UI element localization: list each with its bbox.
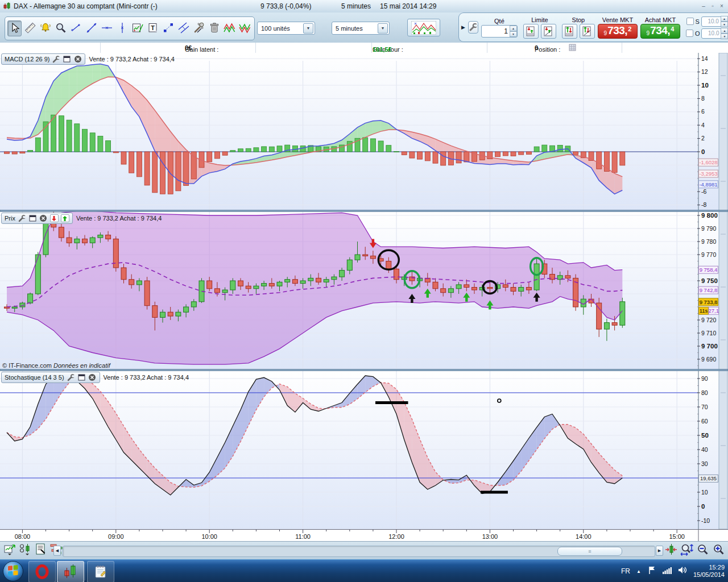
candle-width-button[interactable] (664, 543, 678, 557)
new-chart-button[interactable] (3, 543, 17, 557)
sell-arrow-icon[interactable] (50, 214, 59, 222)
close-icon[interactable] (39, 214, 48, 222)
stoch-header-box[interactable]: Stochastique (14 3 5) (1, 372, 100, 383)
close-icon[interactable]: × (718, 2, 726, 10)
parallel-channel-tool-button[interactable] (176, 20, 191, 36)
positions-icon (19, 542, 32, 559)
o-value-stepper[interactable]: 10.0▲▼ (701, 28, 728, 39)
position-grid-icon[interactable] (569, 44, 576, 52)
text-note-tool-button[interactable]: T (146, 20, 160, 36)
taskbar-clock[interactable]: 15:29 15/05/2014 (693, 564, 725, 579)
stepper-arrows-icon[interactable]: ▲▼ (721, 28, 728, 39)
start-button[interactable] (2, 560, 24, 582)
timeframe-dropdown[interactable]: 5 minutes ▼ (332, 22, 390, 35)
window-icon[interactable] (63, 55, 71, 63)
objective-checkbox[interactable] (686, 30, 693, 37)
volume-icon[interactable] (678, 566, 687, 576)
svg-text:15:00: 15:00 (669, 533, 685, 540)
minimize-icon[interactable]: – (700, 2, 708, 10)
svg-text:0: 0 (701, 148, 705, 155)
price-header-box[interactable]: Prix (1, 213, 73, 224)
chevron-down-icon[interactable]: ▼ (378, 23, 388, 34)
wrench-icon[interactable] (52, 55, 60, 63)
report-button[interactable] (34, 543, 48, 557)
sell-price-main: 733, (607, 24, 627, 37)
s-value-stepper[interactable]: 10.0▲▼ (701, 16, 728, 27)
ruler-icon (24, 22, 36, 36)
macd-header-box[interactable]: MACD (12 26 9) (1, 53, 85, 65)
limit-order-button[interactable] (523, 24, 539, 39)
stepper-arrows-icon[interactable]: ▲▼ (510, 26, 517, 37)
action-flag-icon[interactable] (647, 566, 656, 577)
window-icon[interactable] (77, 373, 86, 381)
trendline-tool-button[interactable] (84, 20, 98, 36)
svg-text:9 758,4: 9 758,4 (700, 267, 718, 273)
quantity-stepper[interactable]: 1 ▲▼ (481, 25, 518, 38)
magnifier-icon (55, 22, 67, 36)
window-icon[interactable] (28, 214, 37, 222)
trading-settings-button[interactable] (468, 21, 478, 34)
trash-tool-button[interactable] (207, 20, 221, 36)
panel-collapse-icon[interactable]: ▶ (461, 24, 465, 30)
drawing-toolbar: T (5, 16, 255, 40)
sell-price-decimal: 2 (628, 24, 631, 32)
svg-text:-1,6028: -1,6028 (699, 159, 717, 165)
horizontal-scrollbar[interactable]: ≡ (63, 546, 655, 557)
buy-price-main: 734, (650, 24, 670, 37)
s-label: S (696, 18, 700, 25)
sell-market-button[interactable]: 9733,2 (598, 24, 638, 39)
taskbar-app-trading[interactable] (57, 561, 84, 582)
scrollbar-thumb[interactable]: ≡ (557, 547, 622, 556)
alarm-tool-button[interactable] (38, 20, 52, 36)
parallel-channel-icon (177, 22, 190, 36)
s-value: 10.0 (702, 18, 721, 24)
scroll-left-icon[interactable]: ◀ (53, 546, 61, 556)
chevron-down-icon[interactable]: ▼ (303, 23, 313, 34)
stop-checkbox[interactable] (686, 18, 694, 25)
alarm-icon (39, 22, 52, 36)
svg-text:9 790: 9 790 (701, 225, 716, 232)
language-indicator[interactable]: FR (621, 567, 630, 575)
maximize-icon[interactable]: ▫ (709, 2, 717, 10)
chart-style-button[interactable] (407, 19, 440, 36)
buy-market-button[interactable]: 9734,4 (640, 24, 680, 39)
limit-order-edit-button[interactable] (541, 24, 556, 39)
positions-button[interactable] (19, 543, 32, 557)
wrench-icon[interactable] (18, 214, 26, 222)
svg-text:14:00: 14:00 (576, 533, 592, 540)
scroll-right-icon[interactable]: ▶ (656, 546, 663, 556)
horizontal-line-tool-button[interactable] (100, 20, 114, 36)
vertical-line-tool-button[interactable] (115, 20, 129, 36)
candle-width-icon (664, 543, 678, 558)
svg-text:70: 70 (701, 404, 708, 410)
svg-text:80: 80 (701, 389, 708, 396)
magnifier-tool-button[interactable] (53, 20, 68, 36)
cursor-tool-button[interactable] (7, 20, 22, 36)
tray-expand-icon[interactable]: ▲ (636, 569, 641, 574)
stop-group: Stop (562, 16, 595, 39)
indicator-window-tool-button[interactable] (130, 20, 144, 36)
wrench-icon[interactable] (67, 373, 75, 381)
zoom-range-button[interactable] (680, 543, 694, 557)
stepper-arrows-icon[interactable]: ▲▼ (721, 16, 728, 27)
units-dropdown[interactable]: 100 unités ▼ (257, 22, 315, 35)
network-signal-icon[interactable] (662, 566, 672, 576)
stop-order-edit-button[interactable] (580, 24, 595, 39)
move-points-tool-button[interactable] (161, 20, 175, 36)
zoom-out-button[interactable] (696, 543, 710, 557)
taskbar-app-notepad[interactable] (87, 561, 114, 582)
stop-order-button[interactable] (562, 24, 577, 39)
bottom-right-tools (664, 543, 726, 557)
buy-arrow-icon[interactable] (61, 214, 69, 222)
segment-tool-button[interactable] (69, 20, 83, 36)
svg-text:08:00: 08:00 (15, 533, 31, 540)
drawing-tools-tool-button[interactable] (192, 20, 206, 36)
close-icon[interactable] (73, 55, 82, 63)
zoom-in-button[interactable] (712, 543, 726, 557)
zigzag-up-tool-button[interactable] (222, 20, 237, 36)
zigzag-down-tool-button[interactable] (238, 20, 252, 36)
ruler-tool-button[interactable] (23, 20, 37, 36)
svg-text:9 780: 9 780 (701, 238, 716, 245)
taskbar-app-opera[interactable] (28, 561, 56, 582)
close-icon[interactable] (88, 373, 97, 381)
